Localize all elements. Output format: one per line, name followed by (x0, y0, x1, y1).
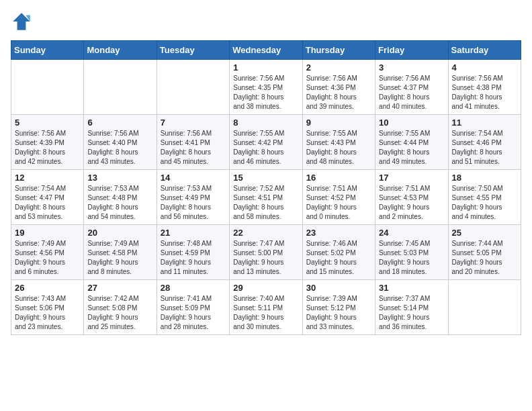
day-number: 19 (15, 228, 80, 238)
calendar-cell: 15Sunrise: 7:52 AM Sunset: 4:51 PM Dayli… (230, 170, 302, 225)
day-number: 28 (161, 283, 226, 293)
day-number: 4 (452, 62, 517, 73)
weekday-header-row: SundayMondayTuesdayWednesdayThursdayFrid… (11, 41, 521, 60)
calendar-table: SundayMondayTuesdayWednesdayThursdayFrid… (11, 40, 521, 335)
calendar-cell: 26Sunrise: 7:43 AM Sunset: 5:06 PM Dayli… (11, 280, 84, 335)
day-number: 3 (379, 62, 444, 73)
day-number: 12 (15, 173, 80, 183)
day-number: 2 (306, 62, 371, 73)
day-info: Sunrise: 7:56 AM Sunset: 4:35 PM Dayligh… (233, 74, 298, 111)
day-info: Sunrise: 7:56 AM Sunset: 4:38 PM Dayligh… (452, 74, 517, 111)
day-info: Sunrise: 7:54 AM Sunset: 4:47 PM Dayligh… (15, 184, 80, 222)
calendar-cell: 14Sunrise: 7:53 AM Sunset: 4:49 PM Dayli… (157, 170, 229, 225)
weekday-header-wednesday: Wednesday (230, 41, 302, 60)
day-info: Sunrise: 7:45 AM Sunset: 5:03 PM Dayligh… (379, 239, 444, 277)
day-info: Sunrise: 7:42 AM Sunset: 5:08 PM Dayligh… (87, 294, 152, 332)
day-info: Sunrise: 7:51 AM Sunset: 4:52 PM Dayligh… (306, 184, 371, 222)
day-info: Sunrise: 7:56 AM Sunset: 4:37 PM Dayligh… (379, 74, 444, 111)
day-number: 17 (379, 173, 444, 183)
weekday-header-tuesday: Tuesday (157, 41, 229, 60)
calendar-cell: 17Sunrise: 7:51 AM Sunset: 4:53 PM Dayli… (375, 170, 448, 225)
calendar-cell: 29Sunrise: 7:40 AM Sunset: 5:11 PM Dayli… (230, 280, 302, 335)
calendar-cell: 5Sunrise: 7:56 AM Sunset: 4:39 PM Daylig… (11, 115, 84, 170)
week-row-5: 26Sunrise: 7:43 AM Sunset: 5:06 PM Dayli… (11, 280, 521, 335)
calendar-cell: 27Sunrise: 7:42 AM Sunset: 5:08 PM Dayli… (84, 280, 157, 335)
day-number: 23 (306, 228, 371, 238)
day-info: Sunrise: 7:54 AM Sunset: 4:46 PM Dayligh… (452, 129, 517, 167)
day-info: Sunrise: 7:56 AM Sunset: 4:41 PM Dayligh… (161, 129, 226, 167)
day-number: 6 (87, 118, 152, 128)
calendar-cell: 19Sunrise: 7:49 AM Sunset: 4:56 PM Dayli… (11, 225, 84, 280)
calendar-cell: 6Sunrise: 7:56 AM Sunset: 4:40 PM Daylig… (84, 115, 157, 170)
calendar-cell: 24Sunrise: 7:45 AM Sunset: 5:03 PM Dayli… (375, 225, 448, 280)
calendar-cell (84, 60, 157, 115)
calendar-cell: 2Sunrise: 7:56 AM Sunset: 4:36 PM Daylig… (302, 60, 375, 115)
calendar-cell: 9Sunrise: 7:55 AM Sunset: 4:43 PM Daylig… (302, 115, 375, 170)
week-row-3: 12Sunrise: 7:54 AM Sunset: 4:47 PM Dayli… (11, 170, 521, 225)
calendar-cell (448, 280, 521, 335)
weekday-header-monday: Monday (84, 41, 157, 60)
day-info: Sunrise: 7:52 AM Sunset: 4:51 PM Dayligh… (233, 184, 298, 222)
week-row-4: 19Sunrise: 7:49 AM Sunset: 4:56 PM Dayli… (11, 225, 521, 280)
week-row-1: 1Sunrise: 7:56 AM Sunset: 4:35 PM Daylig… (11, 60, 521, 115)
calendar-cell: 23Sunrise: 7:46 AM Sunset: 5:02 PM Dayli… (302, 225, 375, 280)
calendar-cell: 12Sunrise: 7:54 AM Sunset: 4:47 PM Dayli… (11, 170, 84, 225)
day-number: 14 (161, 173, 226, 183)
day-info: Sunrise: 7:53 AM Sunset: 4:48 PM Dayligh… (87, 184, 152, 222)
calendar-cell: 1Sunrise: 7:56 AM Sunset: 4:35 PM Daylig… (230, 60, 302, 115)
calendar-cell: 11Sunrise: 7:54 AM Sunset: 4:46 PM Dayli… (448, 115, 521, 170)
logo (11, 11, 35, 32)
calendar-cell: 4Sunrise: 7:56 AM Sunset: 4:38 PM Daylig… (448, 60, 521, 115)
day-info: Sunrise: 7:44 AM Sunset: 5:05 PM Dayligh… (452, 239, 517, 277)
weekday-header-thursday: Thursday (302, 41, 375, 60)
day-number: 9 (306, 118, 371, 128)
calendar-cell: 30Sunrise: 7:39 AM Sunset: 5:12 PM Dayli… (302, 280, 375, 335)
day-number: 26 (15, 283, 80, 293)
day-number: 22 (233, 228, 298, 238)
weekday-header-sunday: Sunday (11, 41, 84, 60)
calendar-cell (11, 60, 84, 115)
day-number: 31 (379, 283, 444, 293)
week-row-2: 5Sunrise: 7:56 AM Sunset: 4:39 PM Daylig… (11, 115, 521, 170)
day-number: 21 (161, 228, 226, 238)
day-number: 11 (452, 118, 517, 128)
calendar-cell: 7Sunrise: 7:56 AM Sunset: 4:41 PM Daylig… (157, 115, 229, 170)
weekday-header-friday: Friday (375, 41, 448, 60)
calendar-cell: 8Sunrise: 7:55 AM Sunset: 4:42 PM Daylig… (230, 115, 302, 170)
day-number: 30 (306, 283, 371, 293)
day-info: Sunrise: 7:55 AM Sunset: 4:43 PM Dayligh… (306, 129, 371, 167)
day-number: 13 (87, 173, 152, 183)
day-info: Sunrise: 7:39 AM Sunset: 5:12 PM Dayligh… (306, 294, 371, 332)
calendar-cell: 20Sunrise: 7:49 AM Sunset: 4:58 PM Dayli… (84, 225, 157, 280)
day-info: Sunrise: 7:40 AM Sunset: 5:11 PM Dayligh… (233, 294, 298, 332)
day-info: Sunrise: 7:48 AM Sunset: 4:59 PM Dayligh… (161, 239, 226, 277)
calendar-cell (157, 60, 229, 115)
day-info: Sunrise: 7:51 AM Sunset: 4:53 PM Dayligh… (379, 184, 444, 222)
day-info: Sunrise: 7:49 AM Sunset: 4:56 PM Dayligh… (15, 239, 80, 277)
calendar-cell: 31Sunrise: 7:37 AM Sunset: 5:14 PM Dayli… (375, 280, 448, 335)
day-number: 15 (233, 173, 298, 183)
day-info: Sunrise: 7:55 AM Sunset: 4:42 PM Dayligh… (233, 129, 298, 167)
logo-icon (11, 11, 32, 32)
day-number: 7 (161, 118, 226, 128)
day-info: Sunrise: 7:46 AM Sunset: 5:02 PM Dayligh… (306, 239, 371, 277)
day-number: 8 (233, 118, 298, 128)
calendar-cell: 3Sunrise: 7:56 AM Sunset: 4:37 PM Daylig… (375, 60, 448, 115)
day-info: Sunrise: 7:56 AM Sunset: 4:39 PM Dayligh… (15, 129, 80, 167)
day-number: 16 (306, 173, 371, 183)
calendar-cell: 21Sunrise: 7:48 AM Sunset: 4:59 PM Dayli… (157, 225, 229, 280)
calendar-cell: 28Sunrise: 7:41 AM Sunset: 5:09 PM Dayli… (157, 280, 229, 335)
day-number: 10 (379, 118, 444, 128)
day-number: 18 (452, 173, 517, 183)
day-info: Sunrise: 7:55 AM Sunset: 4:44 PM Dayligh… (379, 129, 444, 167)
day-number: 25 (452, 228, 517, 238)
day-info: Sunrise: 7:47 AM Sunset: 5:00 PM Dayligh… (233, 239, 298, 277)
page-header (11, 11, 521, 32)
calendar-cell: 22Sunrise: 7:47 AM Sunset: 5:00 PM Dayli… (230, 225, 302, 280)
day-number: 29 (233, 283, 298, 293)
day-info: Sunrise: 7:41 AM Sunset: 5:09 PM Dayligh… (161, 294, 226, 332)
day-info: Sunrise: 7:53 AM Sunset: 4:49 PM Dayligh… (161, 184, 226, 222)
weekday-header-saturday: Saturday (448, 41, 521, 60)
day-info: Sunrise: 7:37 AM Sunset: 5:14 PM Dayligh… (379, 294, 444, 332)
calendar-cell: 13Sunrise: 7:53 AM Sunset: 4:48 PM Dayli… (84, 170, 157, 225)
